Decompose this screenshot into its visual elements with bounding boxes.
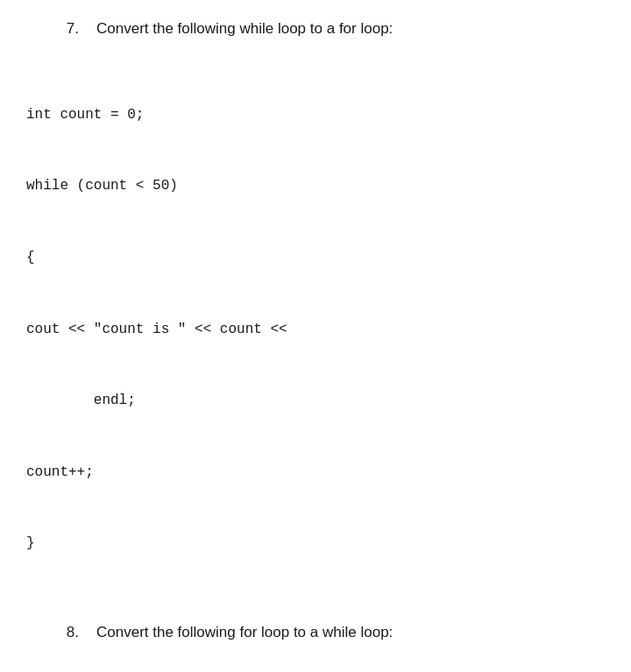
question-8-text: Convert the following for loop to a whil…: [96, 621, 605, 644]
code-line-4: cout << "count is " << count <<: [26, 318, 605, 342]
question-7-number: 7.: [26, 18, 96, 40]
code-line-1: int count = 0;: [26, 103, 605, 127]
code-line-5: endl;: [26, 389, 605, 413]
code-line-7: }: [26, 532, 605, 555]
question-8-number: 8.: [26, 621, 96, 644]
question-7-text: Convert the following while loop to a fo…: [96, 18, 605, 40]
question-7-code: int count = 0; while (count < 50) { cout…: [26, 56, 605, 604]
question-8-code: for (int x = 50; x > 0; x--) { cout << x…: [26, 659, 605, 672]
code-line-3: {: [26, 246, 605, 270]
question-7-block: 7. Convert the following while loop to a…: [26, 18, 605, 40]
question-8-block: 8. Convert the following for loop to a w…: [26, 621, 605, 644]
page-content: 7. Convert the following while loop to a…: [26, 18, 605, 672]
code-line-2: while (count < 50): [26, 174, 605, 198]
code-line-6: count++;: [26, 461, 605, 485]
